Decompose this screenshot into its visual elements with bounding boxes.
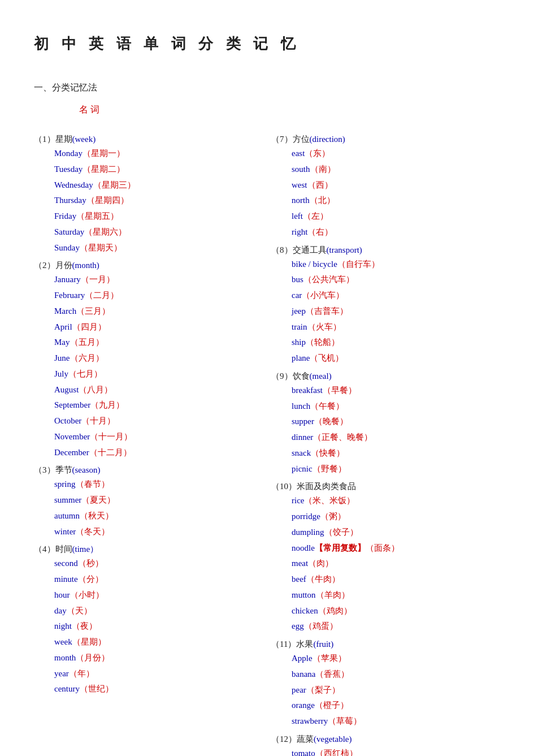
list-item: March（三月） xyxy=(54,304,271,319)
list-item: August（八月） xyxy=(54,382,271,398)
group-title-week: （1）星期(week) xyxy=(34,134,271,145)
list-item: mutton（羊肉） xyxy=(292,587,500,603)
list-item: south（南） xyxy=(292,162,500,178)
list-item: night（夜） xyxy=(54,619,271,634)
list-item: Sunday（星期天） xyxy=(54,240,271,256)
list-item: supper（晚餐） xyxy=(292,414,500,430)
list-item: meat（肉） xyxy=(292,556,500,572)
list-item: autumn（秋天） xyxy=(54,508,271,524)
group-title-season: （3）季节(season) xyxy=(34,465,271,476)
group-title-grains: （10）米面及肉类食品 xyxy=(271,481,500,492)
list-item: egg（鸡蛋） xyxy=(292,619,500,634)
group-grains: （10）米面及肉类食品rice（米、米饭）porridge（粥）dumpling… xyxy=(271,481,500,634)
noun-label: 名 词 xyxy=(79,104,99,116)
section-label: 一、分类记忆法 xyxy=(34,82,500,94)
group-title-transport: （8）交通工具(transport) xyxy=(271,245,500,256)
list-item: tomato（西红柿） xyxy=(292,746,500,756)
list-item: minute（分） xyxy=(54,572,271,587)
list-item: chicken（鸡肉） xyxy=(292,603,500,619)
list-item: year（年） xyxy=(54,666,271,682)
list-item: second（秒） xyxy=(54,556,271,572)
list-item: beef（牛肉） xyxy=(292,572,500,587)
list-item: Apple（苹果） xyxy=(292,651,500,667)
list-item: plane（飞机） xyxy=(292,351,500,366)
group-time: （4）时间(time）second（秒）minute（分）hour（小时）day… xyxy=(34,544,271,697)
list-item: September（九月） xyxy=(54,398,271,413)
list-item: June（六月） xyxy=(54,351,271,366)
list-item: July（七月） xyxy=(54,366,271,382)
group-season: （3）季节(season)spring（春节）summer（夏天）autumn（… xyxy=(34,465,271,539)
list-item: century（世纪） xyxy=(54,681,271,697)
list-item: day（天） xyxy=(54,603,271,619)
page-title: 初 中 英 语 单 词 分 类 记 忆 xyxy=(34,34,500,54)
list-item: lunch（午餐） xyxy=(292,399,500,414)
group-title-time: （4）时间(time） xyxy=(34,544,271,555)
list-item: December（十二月） xyxy=(54,445,271,461)
list-item: May（五月） xyxy=(54,335,271,351)
left-column: （1）星期(week)Monday（星期一）Tuesday（星期二）Wednes… xyxy=(34,134,271,702)
list-item: week（星期） xyxy=(54,634,271,650)
list-item: Saturday（星期六） xyxy=(54,224,271,240)
right-column: （7）方位(direction)east（东）south（南）west（西）no… xyxy=(271,134,500,756)
group-transport: （8）交通工具(transport)bike / bicycle（自行车）bus… xyxy=(271,245,500,366)
group-month: （2）月份(month)January（一月）February（二月）March… xyxy=(34,260,271,460)
list-item: picnic（野餐） xyxy=(292,461,500,477)
list-item: noodle【常用复数】（面条） xyxy=(292,541,500,556)
group-vegetable: （12）蔬菜(vegetable)tomato（西红柿）potato（马铃薯）c… xyxy=(271,734,500,756)
list-item: bus（公共汽车） xyxy=(292,272,500,288)
list-item: porridge（粥） xyxy=(292,509,500,525)
list-item: winter（冬天） xyxy=(54,524,271,540)
list-item: hour（小时） xyxy=(54,587,271,603)
list-item: January（一月） xyxy=(54,272,271,288)
group-title-direction: （7）方位(direction) xyxy=(271,134,500,145)
list-item: Wednesday（星期三） xyxy=(54,178,271,193)
list-item: pear（梨子） xyxy=(292,682,500,698)
list-item: spring（春节） xyxy=(54,477,271,493)
list-item: snack（快餐） xyxy=(292,446,500,461)
list-item: February（二月） xyxy=(54,288,271,304)
list-item: month（月份） xyxy=(54,650,271,666)
group-meal: （9）饮食(meal)breakfast（早餐）lunch（午餐）supper（… xyxy=(271,371,500,477)
list-item: October（十月） xyxy=(54,413,271,429)
list-item: north（北） xyxy=(292,193,500,209)
list-item: Friday（星期五） xyxy=(54,209,271,224)
group-title-vegetable: （12）蔬菜(vegetable) xyxy=(271,734,500,745)
list-item: jeep（吉普车） xyxy=(292,304,500,319)
group-title-meal: （9）饮食(meal) xyxy=(271,371,500,382)
list-item: left（左） xyxy=(292,209,500,224)
list-item: breakfast（早餐） xyxy=(292,383,500,399)
list-item: Monday（星期一） xyxy=(54,146,271,162)
list-item: Tuesday（星期二） xyxy=(54,162,271,178)
list-item: ship（轮船） xyxy=(292,335,500,351)
group-title-fruit: （11）水果(fruit) xyxy=(271,639,500,650)
list-item: November（十一月） xyxy=(54,429,271,445)
list-item: Thursday（星期四） xyxy=(54,193,271,209)
list-item: right（右） xyxy=(292,224,500,240)
list-item: east（东） xyxy=(292,146,500,162)
list-item: dinner（正餐、晚餐） xyxy=(292,430,500,446)
list-item: rice（米、米饭） xyxy=(292,493,500,509)
list-item: summer（夏天） xyxy=(54,493,271,508)
list-item: strawberry（草莓） xyxy=(292,714,500,729)
list-item: April（四月） xyxy=(54,319,271,335)
group-fruit: （11）水果(fruit)Apple（苹果）banana（香蕉）pear（梨子）… xyxy=(271,639,500,729)
list-item: banana（香蕉） xyxy=(292,667,500,682)
group-week: （1）星期(week)Monday（星期一）Tuesday（星期二）Wednes… xyxy=(34,134,271,256)
group-title-month: （2）月份(month) xyxy=(34,260,271,271)
list-item: bike / bicycle（自行车） xyxy=(292,257,500,273)
group-direction: （7）方位(direction)east（东）south（南）west（西）no… xyxy=(271,134,500,240)
list-item: train（火车） xyxy=(292,319,500,335)
list-item: west（西） xyxy=(292,178,500,193)
list-item: car（小汽车） xyxy=(292,288,500,304)
list-item: dumpling（饺子） xyxy=(292,525,500,541)
list-item: orange（橙子） xyxy=(292,698,500,714)
